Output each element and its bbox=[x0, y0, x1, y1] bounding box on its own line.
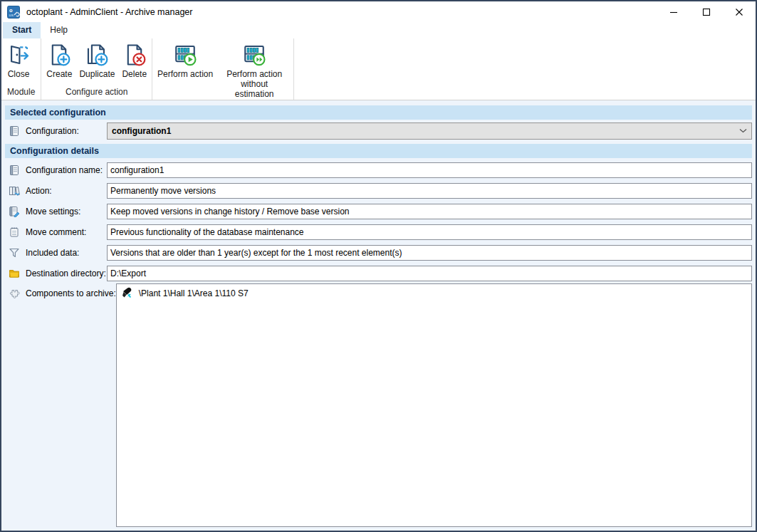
window-title: octoplant - AdminClient - Archive manage… bbox=[26, 7, 192, 17]
perform-action-label: Perform action bbox=[157, 69, 213, 79]
minimize-icon bbox=[669, 8, 678, 16]
included-data-row: Included data: bbox=[1, 242, 756, 263]
create-label: Create bbox=[46, 69, 72, 79]
perform-action-icon bbox=[173, 42, 197, 68]
folder-icon bbox=[9, 268, 20, 279]
move-comment-input[interactable] bbox=[107, 224, 752, 240]
svg-text:us: us bbox=[9, 13, 14, 17]
move-settings-label: Move settings: bbox=[26, 207, 80, 217]
perform-action-without-estimation-label: Perform action without estimation bbox=[220, 69, 288, 99]
configuration-selected-value: configuration1 bbox=[112, 126, 171, 136]
delete-label: Delete bbox=[122, 69, 147, 79]
perform-action-button[interactable]: Perform action bbox=[154, 40, 216, 80]
ribbon-group-module: Close Module bbox=[1, 38, 41, 100]
main-content: Selected configuration Configuration: co… bbox=[1, 100, 756, 531]
configuration-details-header: Configuration details bbox=[5, 144, 752, 158]
configuration-name-label: Configuration name: bbox=[26, 165, 103, 175]
configuration-name-row: Configuration name: bbox=[1, 160, 756, 180]
window-controls bbox=[657, 1, 756, 22]
close-module-label: Close bbox=[8, 69, 30, 79]
close-icon bbox=[735, 8, 743, 16]
ribbon-group-perform-action: Perform action bbox=[152, 38, 294, 100]
component-path: \Plant 1\Hall 1\Area 1\110 S7 bbox=[139, 288, 249, 298]
ribbon-group-configure-action: Create Duplicate bbox=[41, 38, 152, 100]
ribbon: Close Module Create bbox=[1, 38, 756, 100]
app-logo-icon: o us bbox=[7, 6, 20, 19]
delete-button[interactable]: Delete bbox=[118, 40, 150, 80]
document-edit-icon bbox=[9, 206, 20, 217]
included-data-label: Included data: bbox=[26, 248, 79, 258]
perform-action-without-estimation-button[interactable]: Perform action without estimation bbox=[216, 40, 292, 100]
document-icon bbox=[9, 165, 20, 176]
configuration-label: Configuration: bbox=[26, 126, 79, 136]
selected-configuration-header: Selected configuration bbox=[5, 105, 752, 120]
close-module-button[interactable]: Close bbox=[3, 40, 34, 80]
close-module-icon bbox=[6, 42, 31, 68]
configuration-label-group: Configuration: bbox=[1, 125, 107, 137]
maximize-button[interactable] bbox=[690, 1, 723, 22]
move-comment-label: Move comment: bbox=[26, 227, 86, 237]
move-settings-input[interactable] bbox=[107, 204, 752, 219]
ribbon-group-label-configure-action: Configure action bbox=[41, 86, 152, 100]
chevron-down-icon bbox=[739, 128, 747, 133]
destination-directory-label: Destination directory: bbox=[26, 268, 106, 278]
tab-help[interactable]: Help bbox=[41, 22, 77, 38]
tab-start[interactable]: Start bbox=[3, 22, 41, 38]
document-icon bbox=[9, 125, 20, 137]
puzzle-icon bbox=[9, 288, 20, 300]
action-row: Action: bbox=[1, 180, 756, 201]
move-settings-row: Move settings: bbox=[1, 201, 756, 221]
destination-directory-row: Destination directory: bbox=[1, 263, 756, 283]
create-button[interactable]: Create bbox=[43, 40, 75, 80]
action-input[interactable] bbox=[107, 183, 752, 199]
move-comment-row: Move comment: bbox=[1, 221, 756, 242]
action-label: Action: bbox=[26, 186, 52, 196]
title-bar: o us octoplant - AdminClient - Archive m… bbox=[1, 1, 756, 22]
configuration-name-input[interactable] bbox=[107, 162, 752, 178]
create-icon bbox=[47, 42, 71, 68]
perform-action-fast-icon bbox=[242, 42, 266, 68]
configuration-row: Configuration: configuration1 bbox=[1, 120, 756, 142]
duplicate-button[interactable]: Duplicate bbox=[75, 40, 118, 80]
components-to-archive-row: Components to archive: \Plant 1\Hall 1\A… bbox=[1, 283, 756, 527]
duplicate-label: Duplicate bbox=[79, 69, 115, 79]
duplicate-icon bbox=[85, 42, 109, 68]
minimize-button[interactable] bbox=[657, 1, 690, 22]
notepad-icon bbox=[9, 226, 20, 238]
configuration-select[interactable]: configuration1 bbox=[107, 122, 752, 140]
close-button[interactable] bbox=[723, 1, 756, 22]
included-data-input[interactable] bbox=[107, 245, 752, 261]
components-to-archive-label: Components to archive: bbox=[26, 288, 116, 298]
filter-icon bbox=[9, 247, 20, 259]
delete-icon bbox=[122, 42, 147, 68]
components-listbox[interactable]: \Plant 1\Hall 1\Area 1\110 S7 bbox=[116, 283, 752, 527]
component-list-item[interactable]: \Plant 1\Hall 1\Area 1\110 S7 bbox=[117, 284, 751, 302]
component-icon bbox=[121, 287, 133, 299]
books-icon bbox=[9, 185, 20, 197]
maximize-icon bbox=[702, 8, 711, 16]
ribbon-tab-bar: Start Help bbox=[1, 22, 756, 38]
destination-directory-input[interactable] bbox=[107, 266, 752, 281]
app-window: o us octoplant - AdminClient - Archive m… bbox=[0, 0, 757, 532]
ribbon-group-label-module: Module bbox=[1, 86, 41, 100]
